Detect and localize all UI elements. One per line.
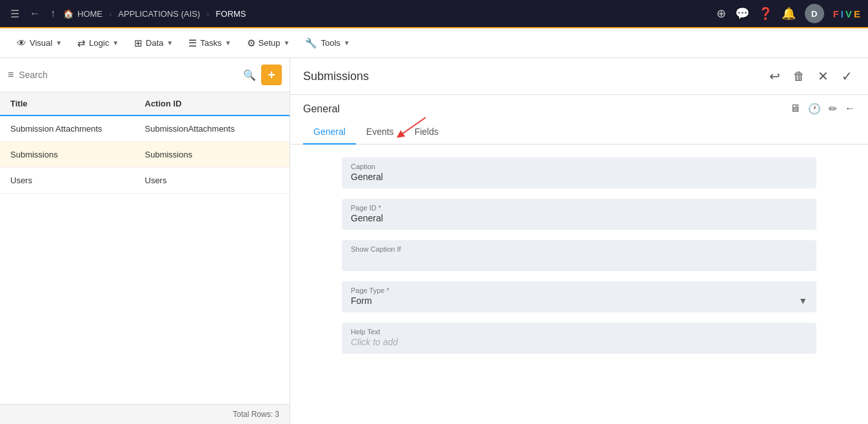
- toolbar-visual[interactable]: 👁 Visual ▼: [10, 34, 68, 52]
- page-type-value[interactable]: Form: [351, 296, 372, 306]
- toolbar-tasks-label: Tasks: [200, 38, 221, 48]
- help-text-value[interactable]: Click to add: [351, 337, 807, 347]
- forward-icon[interactable]: ↑: [48, 5, 58, 22]
- table-rows: Submission Attachments SubmissionAttachm…: [0, 116, 290, 404]
- filter-icon: ≡: [8, 69, 14, 81]
- caption-label: Caption: [351, 163, 807, 170]
- search-icon[interactable]: 🔍: [243, 69, 256, 81]
- tasks-chevron: ▼: [225, 39, 232, 46]
- support-icon[interactable]: ⊕: [716, 6, 726, 21]
- page-id-value[interactable]: General: [351, 213, 807, 223]
- add-button[interactable]: +: [261, 65, 282, 85]
- toolbar-logic[interactable]: ⇄ Logic ▼: [71, 34, 125, 53]
- show-caption-if-field: Show Caption If: [342, 240, 816, 271]
- breadcrumb: 🏠 HOME › APPLICATIONS (AIS) › FORMS: [63, 9, 246, 19]
- row-1-action: SubmissionAttachments: [145, 124, 280, 134]
- right-actions: ↩ 🗑 ✕ ✓: [767, 66, 855, 86]
- section-icons: 🖥 🕐 ✏ ←: [790, 103, 855, 115]
- breadcrumb-sep-2: ›: [206, 9, 209, 19]
- confirm-icon[interactable]: ✓: [839, 66, 855, 86]
- tasks-icon: ☰: [188, 37, 197, 49]
- page-type-label: Page Type *: [351, 287, 807, 294]
- search-input[interactable]: [19, 70, 238, 80]
- table-footer: Total Rows: 3: [0, 404, 290, 424]
- col-header-title: Title: [10, 99, 145, 108]
- panel-title: Submissions: [303, 70, 369, 83]
- caption-value[interactable]: General: [351, 172, 807, 182]
- section-header: General 🖥 🕐 ✏ ←: [290, 95, 868, 115]
- show-caption-if-label: Show Caption If: [351, 245, 807, 253]
- row-3-title: Users: [10, 176, 145, 185]
- main-toolbar: 👁 Visual ▼ ⇄ Logic ▼ ⊞ Data ▼ ☰ Tasks ▼ …: [0, 28, 868, 58]
- back-action-icon[interactable]: ↩: [767, 66, 783, 86]
- chat-icon[interactable]: 💬: [735, 6, 749, 21]
- toolbar-tasks[interactable]: ☰ Tasks ▼: [182, 34, 237, 53]
- left-panel: ≡ 🔍 + Title Action ID Submission Attachm…: [0, 58, 290, 424]
- edit-icon[interactable]: ✏: [829, 103, 837, 115]
- data-chevron: ▼: [167, 39, 173, 46]
- right-header: Submissions ↩ 🗑 ✕ ✓: [290, 58, 868, 95]
- toolbar-logic-label: Logic: [89, 38, 109, 48]
- table-row[interactable]: Submission Attachments SubmissionAttachm…: [0, 116, 290, 142]
- top-navigation: ☰ ← ↑ 🏠 HOME › APPLICATIONS (AIS) › FORM…: [0, 0, 868, 28]
- back-icon[interactable]: ←: [27, 5, 43, 22]
- page-type-dropdown-icon[interactable]: ▼: [798, 296, 807, 306]
- tab-fields[interactable]: Fields: [404, 120, 449, 145]
- bell-icon[interactable]: 🔔: [782, 6, 796, 21]
- tools-icon: 🔧: [305, 37, 317, 49]
- page-type-row: Form ▼: [351, 296, 807, 306]
- page-type-field: Page Type * Form ▼: [342, 281, 816, 312]
- table-header: Title Action ID: [0, 92, 290, 116]
- avatar[interactable]: D: [805, 4, 824, 23]
- setup-chevron: ▼: [284, 39, 290, 46]
- visual-chevron: ▼: [55, 39, 62, 46]
- form-content: Caption General Page ID * General Show C…: [290, 145, 868, 424]
- monitor-icon[interactable]: 🖥: [790, 103, 800, 115]
- toolbar-setup[interactable]: ⚙ Setup ▼: [241, 34, 297, 53]
- help-text-label: Help Text: [351, 328, 807, 336]
- tabs-container: General Events Fields: [290, 115, 868, 145]
- setup-icon: ⚙: [247, 37, 255, 49]
- main-content: ≡ 🔍 + Title Action ID Submission Attachm…: [0, 58, 868, 424]
- right-panel: Submissions ↩ 🗑 ✕ ✓ General 🖥 🕐 ✏ ← Gene…: [290, 58, 868, 424]
- page-id-label: Page ID *: [351, 204, 807, 212]
- show-caption-if-value[interactable]: [351, 254, 807, 265]
- breadcrumb-home[interactable]: HOME: [77, 9, 103, 19]
- toolbar-tools[interactable]: 🔧 Tools ▼: [299, 34, 356, 53]
- tab-events[interactable]: Events: [356, 120, 404, 145]
- home-icon: 🏠: [63, 9, 74, 19]
- page-id-field: Page ID * General: [342, 199, 816, 230]
- top-nav-right: ⊕ 💬 ❓ 🔔 D FIVE: [716, 4, 860, 23]
- toolbar-data[interactable]: ⊞ Data ▼: [128, 34, 179, 53]
- row-2-title: Submissions: [10, 150, 145, 159]
- row-3-action: Users: [145, 176, 280, 185]
- toolbar-setup-label: Setup: [259, 38, 281, 48]
- table-row[interactable]: Users Users: [0, 168, 290, 194]
- toolbar-left: 👁 Visual ▼ ⇄ Logic ▼ ⊞ Data ▼ ☰ Tasks ▼ …: [10, 34, 357, 53]
- back-section-icon[interactable]: ←: [845, 103, 855, 115]
- breadcrumb-sep-1: ›: [109, 9, 112, 19]
- close-icon[interactable]: ✕: [815, 66, 831, 86]
- delete-icon[interactable]: 🗑: [791, 67, 807, 86]
- search-bar: ≡ 🔍 +: [0, 58, 290, 92]
- toolbar-tools-label: Tools: [321, 38, 340, 48]
- breadcrumb-forms[interactable]: FORMS: [216, 9, 246, 19]
- logic-chevron: ▼: [112, 39, 119, 46]
- help-icon[interactable]: ❓: [758, 6, 773, 21]
- clock-icon[interactable]: 🕐: [808, 103, 821, 115]
- five-logo: FIVE: [833, 8, 860, 19]
- tabs: General Events Fields: [290, 120, 868, 145]
- data-icon: ⊞: [134, 37, 143, 49]
- toolbar-data-label: Data: [146, 38, 163, 48]
- row-1-title: Submission Attachments: [10, 124, 145, 134]
- menu-icon[interactable]: ☰: [8, 5, 22, 23]
- logic-icon: ⇄: [77, 37, 86, 49]
- tools-chevron: ▼: [344, 39, 350, 46]
- breadcrumb-applications[interactable]: APPLICATIONS (AIS): [118, 9, 200, 19]
- tab-general[interactable]: General: [303, 120, 356, 145]
- table-row[interactable]: Submissions Submissions: [0, 142, 290, 168]
- help-text-field: Help Text Click to add: [342, 323, 816, 354]
- toolbar-visual-label: Visual: [30, 38, 52, 48]
- visual-icon: 👁: [17, 37, 26, 48]
- row-2-action: Submissions: [145, 150, 280, 159]
